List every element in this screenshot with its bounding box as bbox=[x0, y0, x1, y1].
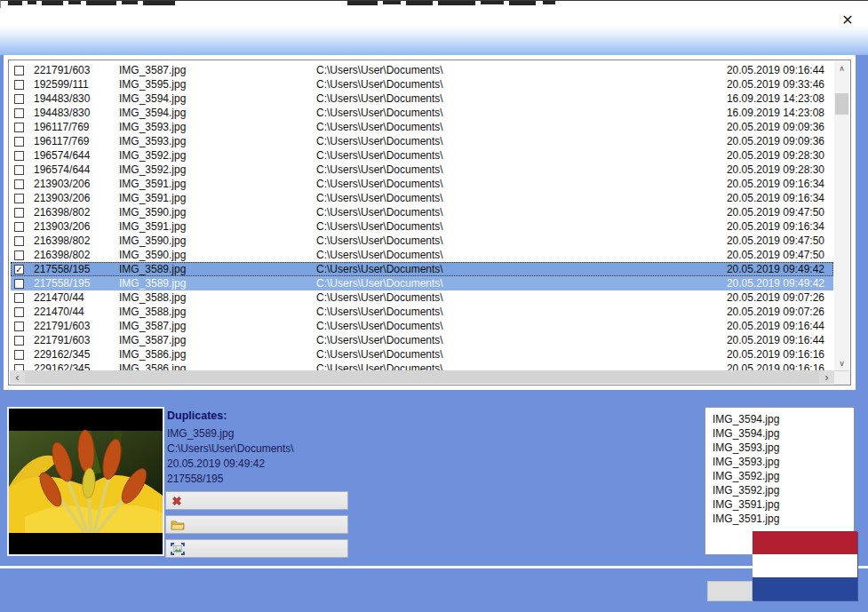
table-row[interactable]: 229162/345 IMG_3586.jpg C:\Users\User\Do… bbox=[11, 347, 833, 362]
duplicate-details-panel: Duplicates: IMG_3589.jpg C:\Users\User\D… bbox=[167, 409, 460, 487]
row-checkbox[interactable] bbox=[14, 194, 24, 203]
table-row[interactable]: 216398/802 IMG_3590.jpg C:\Users\User\Do… bbox=[11, 234, 833, 248]
table-row[interactable]: 216398/802 IMG_3590.jpg C:\Users\User\Do… bbox=[11, 248, 833, 262]
row-checkbox-cell bbox=[11, 63, 34, 77]
row-filename: IMG_3590.jpg bbox=[119, 234, 316, 248]
row-checkbox[interactable] bbox=[14, 208, 24, 218]
row-size: 221791/603 bbox=[34, 333, 119, 347]
row-checkbox[interactable] bbox=[14, 336, 24, 346]
row-checkbox[interactable] bbox=[14, 137, 24, 147]
row-checkbox[interactable] bbox=[14, 293, 24, 303]
table-row[interactable]: 221791/603 IMG_3587.jpg C:\Users\User\Do… bbox=[11, 63, 833, 77]
row-filename: IMG_3593.jpg bbox=[119, 120, 316, 134]
row-checkbox[interactable] bbox=[14, 94, 24, 104]
table-row[interactable]: 229162/345 IMG_3586.jpg C:\Users\User\Do… bbox=[11, 362, 833, 370]
image-preview bbox=[7, 407, 164, 556]
scroll-left-icon[interactable]: ‹ bbox=[10, 370, 25, 384]
row-checkbox-cell bbox=[11, 191, 34, 205]
row-path: C:\Users\User\Documents\ bbox=[316, 177, 634, 191]
group-list-item[interactable]: IMG_3593.jpg bbox=[705, 455, 854, 469]
table-row[interactable]: 221470/44 IMG_3588.jpg C:\Users\User\Doc… bbox=[11, 290, 833, 305]
row-path: C:\Users\User\Documents\ bbox=[316, 333, 634, 347]
row-checkbox[interactable] bbox=[14, 222, 24, 232]
table-row[interactable]: 221791/603 IMG_3587.jpg C:\Users\User\Do… bbox=[11, 319, 833, 333]
table-row[interactable]: 217558/195 IMG_3589.jpg C:\Users\User\Do… bbox=[11, 276, 833, 290]
row-checkbox[interactable] bbox=[14, 151, 24, 161]
row-checkbox-cell bbox=[11, 205, 34, 219]
group-list-item[interactable]: IMG_3594.jpg bbox=[705, 412, 854, 426]
table-row[interactable]: 194483/830 IMG_3594.jpg C:\Users\User\Do… bbox=[11, 91, 833, 106]
group-list-item[interactable]: IMG_3592.jpg bbox=[705, 469, 854, 483]
table-row[interactable]: 194483/830 IMG_3594.jpg C:\Users\User\Do… bbox=[11, 106, 833, 120]
row-checkbox[interactable] bbox=[14, 236, 24, 246]
table-row[interactable]: 192599/111 IMG_3595.jpg C:\Users\User\Do… bbox=[11, 77, 833, 91]
close-button[interactable]: ✕ bbox=[834, 8, 861, 31]
group-list-item[interactable]: IMG_3593.jpg bbox=[705, 441, 854, 455]
row-size: 221791/603 bbox=[34, 319, 119, 333]
row-filename: IMG_3591.jpg bbox=[119, 219, 316, 234]
row-size: 221470/44 bbox=[34, 305, 119, 319]
row-date: 16.09.2019 14:23:08 bbox=[634, 91, 833, 106]
row-date: 20.05.2019 09:16:44 bbox=[634, 319, 833, 333]
group-list-item[interactable]: IMG_3594.jpg bbox=[705, 426, 854, 441]
scroll-up-icon[interactable]: ∧ bbox=[834, 61, 849, 76]
row-filename: IMG_3588.jpg bbox=[119, 290, 316, 305]
row-checkbox[interactable] bbox=[14, 350, 24, 360]
row-size: 221470/44 bbox=[34, 290, 119, 305]
row-date: 20.05.2019 09:16:34 bbox=[634, 177, 833, 191]
row-checkbox-cell bbox=[11, 362, 34, 370]
view-image-button[interactable] bbox=[165, 539, 348, 558]
table-row[interactable]: 213903/206 IMG_3591.jpg C:\Users\User\Do… bbox=[11, 219, 833, 234]
table-row[interactable]: 196574/644 IMG_3592.jpg C:\Users\User\Do… bbox=[11, 148, 833, 163]
row-date: 20.05.2019 09:09:36 bbox=[634, 120, 833, 134]
horizontal-scrollbar[interactable]: ‹ › bbox=[10, 370, 849, 384]
delete-file-button[interactable] bbox=[165, 491, 348, 510]
row-filename: IMG_3589.jpg bbox=[119, 276, 316, 290]
details-title: Duplicates: bbox=[167, 409, 460, 424]
table-row[interactable]: 221470/44 IMG_3588.jpg C:\Users\User\Doc… bbox=[11, 305, 833, 319]
table-row[interactable]: 196117/769 IMG_3593.jpg C:\Users\User\Do… bbox=[11, 120, 833, 134]
row-size: 194483/830 bbox=[34, 106, 119, 120]
table-row[interactable]: 196574/644 IMG_3592.jpg C:\Users\User\Do… bbox=[11, 163, 833, 177]
row-checkbox[interactable] bbox=[14, 322, 24, 331]
row-filename: IMG_3587.jpg bbox=[119, 63, 316, 77]
group-list-item[interactable]: IMG_3591.jpg bbox=[705, 512, 854, 526]
row-size: 196117/769 bbox=[34, 120, 119, 134]
open-folder-button[interactable] bbox=[165, 515, 348, 534]
scroll-right-icon[interactable]: › bbox=[819, 370, 834, 384]
file-list[interactable]: 221791/603 IMG_3587.jpg C:\Users\User\Do… bbox=[8, 60, 851, 385]
row-checkbox[interactable] bbox=[14, 279, 24, 289]
row-date: 16.09.2019 14:23:08 bbox=[634, 106, 833, 120]
netherlands-flag[interactable] bbox=[753, 531, 857, 600]
row-checkbox[interactable] bbox=[14, 179, 24, 189]
table-row[interactable]: 216398/802 IMG_3590.jpg C:\Users\User\Do… bbox=[11, 205, 833, 219]
row-checkbox[interactable] bbox=[14, 123, 24, 132]
row-checkbox[interactable] bbox=[14, 66, 24, 76]
row-filename: IMG_3593.jpg bbox=[119, 134, 316, 148]
row-checkbox[interactable] bbox=[14, 250, 24, 260]
row-filename: IMG_3592.jpg bbox=[119, 163, 316, 177]
row-size: 216398/802 bbox=[34, 248, 119, 262]
table-row[interactable]: 196117/769 IMG_3593.jpg C:\Users\User\Do… bbox=[11, 134, 833, 148]
row-checkbox[interactable] bbox=[14, 364, 24, 371]
row-checkbox[interactable] bbox=[14, 80, 24, 90]
table-row[interactable]: 213903/206 IMG_3591.jpg C:\Users\User\Do… bbox=[11, 191, 833, 205]
scroll-down-icon[interactable]: ∨ bbox=[834, 356, 849, 370]
row-date: 20.05.2019 09:49:42 bbox=[634, 276, 833, 290]
row-size: 217558/195 bbox=[34, 276, 119, 290]
bottom-gray-button[interactable] bbox=[707, 581, 753, 601]
row-checkbox[interactable] bbox=[14, 307, 24, 317]
row-checkbox-cell: ✓ bbox=[11, 262, 34, 276]
group-list-item[interactable]: IMG_3591.jpg bbox=[705, 497, 854, 512]
table-row[interactable]: ✓ 217558/195 IMG_3589.jpg C:\Users\User\… bbox=[11, 262, 833, 276]
row-checkbox[interactable] bbox=[14, 165, 24, 175]
vertical-scrollbar-thumb[interactable] bbox=[835, 93, 848, 115]
row-checkbox[interactable]: ✓ bbox=[14, 265, 24, 274]
row-path: C:\Users\User\Documents\ bbox=[316, 219, 634, 234]
row-checkbox[interactable] bbox=[14, 108, 24, 118]
vertical-scrollbar[interactable]: ∧ ∨ bbox=[834, 61, 849, 370]
table-row[interactable]: 221791/603 IMG_3587.jpg C:\Users\User\Do… bbox=[11, 333, 833, 347]
row-checkbox-cell bbox=[11, 276, 34, 290]
group-list-item[interactable]: IMG_3592.jpg bbox=[705, 483, 854, 497]
table-row[interactable]: 213903/206 IMG_3591.jpg C:\Users\User\Do… bbox=[11, 177, 833, 191]
